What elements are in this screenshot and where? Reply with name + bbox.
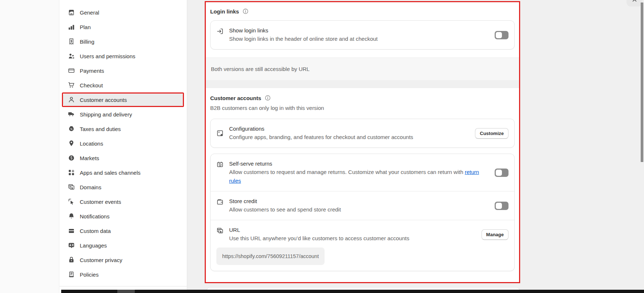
sidebar-item-payments[interactable]: Payments (63, 64, 183, 77)
customer-accounts-section: Customer accounts B2B customers can only… (206, 88, 519, 282)
sidebar-item-label: Users and permissions (80, 53, 136, 59)
sidebar-item-locations[interactable]: Locations (63, 137, 183, 150)
sidebar-item-label: Payments (80, 68, 104, 74)
section-gap (206, 80, 519, 88)
configurations-description: Configure apps, branding, and features f… (229, 133, 470, 142)
url-icon (216, 227, 224, 234)
translate-icon (68, 242, 75, 249)
store-credit-toggle[interactable] (495, 202, 508, 210)
settings-nav: GeneralPlanBillingUsers and permissionsP… (59, 0, 187, 282)
sidebar-item-domains[interactable]: Domains (63, 181, 183, 194)
globe-icon (68, 154, 75, 162)
apps-icon (68, 169, 75, 176)
sidebar-item-general[interactable]: General (63, 6, 183, 19)
database-icon (68, 227, 75, 234)
sidebar-item-notifications[interactable]: Notifications (63, 210, 183, 223)
url-row: URL Use this URL anywhere you’d like cus… (211, 220, 514, 271)
sidebar-item-label: Languages (80, 242, 107, 249)
location-pin-icon (68, 140, 75, 147)
customer-accounts-title: Customer accounts (210, 95, 261, 101)
bottom-black-bar (61, 290, 644, 293)
sidebar-item-label: Checkout (80, 82, 103, 88)
sidebar-item-checkout[interactable]: Checkout (63, 79, 183, 92)
sidebar-item-customer-privacy[interactable]: Customer privacy (63, 253, 183, 266)
self-serve-returns-title: Self-serve returns (229, 160, 489, 168)
sidebar-item-customer-events[interactable]: Customer events (63, 195, 183, 208)
bell-icon (68, 213, 75, 220)
login-links-title: Login links (210, 8, 239, 15)
domains-icon (68, 183, 75, 191)
sidebar-item-label: Custom data (80, 228, 111, 234)
settings-sidebar: GeneralPlanBillingUsers and permissionsP… (59, 0, 187, 293)
close-button[interactable] (627, 0, 643, 7)
returns-icon (216, 161, 224, 168)
sidebar-item-label: Billing (80, 39, 94, 45)
cursor-click-icon (68, 198, 75, 205)
sidebar-item-label: Customer privacy (80, 257, 122, 263)
store-credit-title: Store credit (229, 197, 489, 205)
sidebar-item-label: Plan (80, 24, 91, 30)
sidebar-item-users-and-permissions[interactable]: Users and permissions (63, 50, 183, 63)
sidebar-item-plan[interactable]: Plan (63, 20, 183, 33)
sidebar-item-billing[interactable]: Billing (63, 35, 183, 48)
show-login-links-description: Show login links in the header of online… (229, 35, 489, 43)
sidebar-item-label: Customer events (80, 199, 121, 205)
store-credit-description: Allow customers to see and spend store c… (229, 205, 489, 214)
sidebar-item-label: Customer accounts (80, 97, 127, 103)
login-links-footer-banner: Both versions are still accessible by UR… (206, 58, 519, 80)
sidebar-item-customer-accounts[interactable]: Customer accounts (63, 93, 183, 106)
url-row-header: URL Use this URL anywhere you’d like cus… (216, 226, 508, 243)
info-icon[interactable] (242, 8, 249, 15)
configurations-title: Configurations (229, 125, 470, 133)
customer-accounts-header: Customer accounts (210, 95, 515, 101)
login-links-header: Login links (210, 8, 515, 15)
self-serve-returns-description: Allow customers to request and manage re… (229, 168, 489, 185)
sidebar-item-custom-data[interactable]: Custom data (63, 224, 183, 237)
billing-icon (68, 38, 75, 45)
customize-button[interactable]: Customize (475, 128, 508, 139)
close-icon (631, 0, 638, 3)
url-text: URL Use this URL anywhere you’d like cus… (229, 226, 476, 243)
sidebar-item-languages[interactable]: Languages (63, 239, 183, 252)
sidebar-item-label: Policies (80, 272, 99, 278)
account-url-field[interactable]: https://shopify.com/75609211157/account (216, 248, 325, 265)
customer-accounts-settings-panel: Login links Show login links Show login … (205, 1, 520, 283)
vertical-scrollbar-thumb[interactable] (641, 3, 643, 162)
sidebar-item-label: Locations (80, 140, 103, 147)
truck-icon (68, 111, 75, 118)
cart-icon (68, 82, 75, 89)
sidebar-item-taxes-and-duties[interactable]: Taxes and duties (63, 122, 183, 135)
info-icon[interactable] (264, 95, 271, 101)
show-login-links-toggle[interactable] (495, 31, 508, 39)
url-description: Use this URL anywhere you’d like custome… (229, 234, 476, 243)
sidebar-item-label: Notifications (80, 213, 110, 219)
show-login-links-title: Show login links (229, 27, 489, 35)
sidebar-divider (59, 286, 187, 286)
customer-accounts-subtitle: B2B customers can only log in with this … (210, 104, 515, 112)
store-credit-row: Store credit Allow customers to see and … (211, 191, 514, 220)
wallet-icon (216, 198, 224, 206)
sidebar-item-apps-and-sales-channels[interactable]: Apps and sales channels (63, 166, 183, 179)
url-title: URL (229, 226, 476, 234)
payments-icon (68, 67, 75, 74)
manage-button[interactable]: Manage (482, 229, 508, 240)
self-serve-returns-toggle[interactable] (495, 169, 508, 177)
store-icon (68, 9, 75, 16)
login-links-section: Login links Show login links Show login … (206, 2, 519, 58)
sidebar-item-label: Markets (80, 155, 99, 161)
configurations-icon (216, 130, 224, 137)
taxes-icon (68, 125, 75, 132)
self-serve-returns-row: Self-serve returns Allow customers to re… (211, 154, 514, 191)
sidebar-item-label: Apps and sales channels (80, 170, 141, 176)
show-login-links-text: Show login links Show login links in the… (229, 27, 489, 43)
footer-note-text: Both versions are still accessible by UR… (211, 66, 310, 72)
login-icon (216, 28, 224, 35)
sidebar-item-label: General (80, 9, 99, 16)
configurations-text: Configurations Configure apps, branding,… (229, 125, 470, 142)
self-serve-returns-text: Self-serve returns Allow customers to re… (229, 160, 489, 185)
sidebar-item-shipping-and-delivery[interactable]: Shipping and delivery (63, 108, 183, 121)
sidebar-item-markets[interactable]: Markets (63, 151, 183, 165)
page-background-left (0, 0, 59, 293)
customer-accounts-features-card: Self-serve returns Allow customers to re… (210, 154, 515, 271)
sidebar-item-policies[interactable]: Policies (63, 268, 183, 281)
